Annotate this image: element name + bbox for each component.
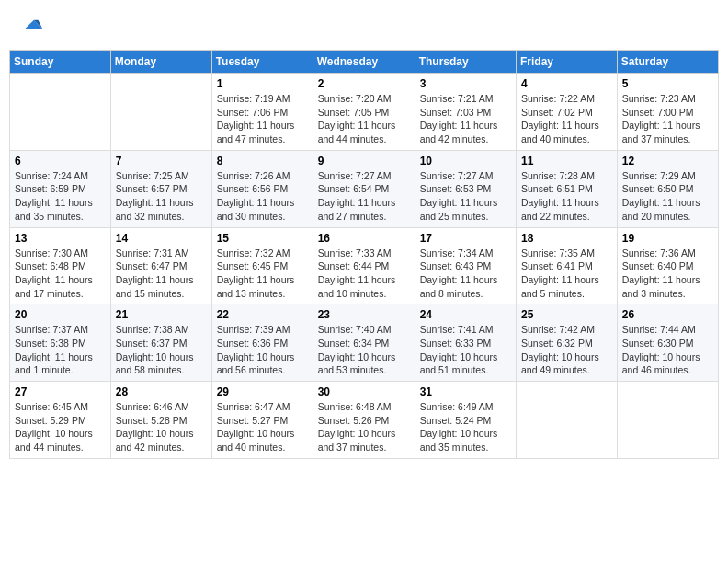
day-number: 20 xyxy=(15,308,106,321)
day-info: Sunrise: 6:48 AM Sunset: 5:26 PM Dayligh… xyxy=(318,400,410,454)
day-info: Sunrise: 7:24 AM Sunset: 6:59 PM Dayligh… xyxy=(15,169,106,224)
day-number: 13 xyxy=(15,232,106,245)
day-info: Sunrise: 7:39 AM Sunset: 6:36 PM Dayligh… xyxy=(217,323,308,377)
day-number: 24 xyxy=(420,308,511,321)
logo xyxy=(18,17,48,42)
day-info: Sunrise: 7:41 AM Sunset: 6:33 PM Dayligh… xyxy=(420,323,511,377)
day-info: Sunrise: 7:34 AM Sunset: 6:43 PM Dayligh… xyxy=(420,247,511,301)
day-number: 12 xyxy=(622,155,713,167)
day-number: 1 xyxy=(217,77,308,90)
calendar-cell: 12Sunrise: 7:29 AM Sunset: 6:50 PM Dayli… xyxy=(617,150,718,227)
calendar-cell: 26Sunrise: 7:44 AM Sunset: 6:30 PM Dayli… xyxy=(617,304,718,382)
day-info: Sunrise: 7:23 AM Sunset: 7:00 PM Dayligh… xyxy=(622,92,713,146)
calendar-cell: 2Sunrise: 7:20 AM Sunset: 7:05 PM Daylig… xyxy=(313,74,415,151)
calendar-header-wednesday: Wednesday xyxy=(313,51,415,74)
day-number: 14 xyxy=(116,232,207,245)
day-number: 4 xyxy=(521,77,612,90)
day-number: 30 xyxy=(318,385,410,398)
calendar-week-row: 6Sunrise: 7:24 AM Sunset: 6:59 PM Daylig… xyxy=(10,150,719,227)
calendar-week-row: 27Sunrise: 6:45 AM Sunset: 5:29 PM Dayli… xyxy=(10,382,719,459)
calendar-cell: 7Sunrise: 7:25 AM Sunset: 6:57 PM Daylig… xyxy=(110,150,211,227)
day-info: Sunrise: 7:19 AM Sunset: 7:06 PM Dayligh… xyxy=(217,92,308,146)
day-info: Sunrise: 7:30 AM Sunset: 6:48 PM Dayligh… xyxy=(15,247,106,301)
day-info: Sunrise: 7:42 AM Sunset: 6:32 PM Dayligh… xyxy=(521,323,612,377)
calendar-cell: 9Sunrise: 7:27 AM Sunset: 6:54 PM Daylig… xyxy=(313,150,415,227)
day-number: 21 xyxy=(116,308,207,321)
calendar-cell: 14Sunrise: 7:31 AM Sunset: 6:47 PM Dayli… xyxy=(110,227,211,304)
day-info: Sunrise: 7:35 AM Sunset: 6:41 PM Dayligh… xyxy=(521,247,612,301)
calendar-cell: 6Sunrise: 7:24 AM Sunset: 6:59 PM Daylig… xyxy=(10,150,111,227)
day-number: 27 xyxy=(15,385,106,398)
day-info: Sunrise: 7:38 AM Sunset: 6:37 PM Dayligh… xyxy=(116,323,207,377)
calendar-header-sunday: Sunday xyxy=(10,51,111,74)
calendar-cell: 22Sunrise: 7:39 AM Sunset: 6:36 PM Dayli… xyxy=(211,304,313,382)
calendar-cell: 25Sunrise: 7:42 AM Sunset: 6:32 PM Dayli… xyxy=(517,304,618,382)
day-number: 28 xyxy=(116,385,207,398)
day-number: 22 xyxy=(217,308,308,321)
day-info: Sunrise: 6:47 AM Sunset: 5:27 PM Dayligh… xyxy=(217,400,308,454)
day-info: Sunrise: 6:46 AM Sunset: 5:28 PM Dayligh… xyxy=(116,400,207,454)
day-number: 10 xyxy=(420,155,511,167)
day-info: Sunrise: 7:26 AM Sunset: 6:56 PM Dayligh… xyxy=(217,169,308,224)
day-info: Sunrise: 7:40 AM Sunset: 6:34 PM Dayligh… xyxy=(318,323,410,377)
day-info: Sunrise: 7:21 AM Sunset: 7:03 PM Dayligh… xyxy=(420,92,511,146)
day-number: 8 xyxy=(217,155,308,167)
calendar-cell: 4Sunrise: 7:22 AM Sunset: 7:02 PM Daylig… xyxy=(517,74,618,151)
calendar-cell: 28Sunrise: 6:46 AM Sunset: 5:28 PM Dayli… xyxy=(110,382,211,459)
day-info: Sunrise: 7:44 AM Sunset: 6:30 PM Dayligh… xyxy=(622,323,713,377)
day-info: Sunrise: 7:25 AM Sunset: 6:57 PM Dayligh… xyxy=(116,169,207,224)
day-info: Sunrise: 7:32 AM Sunset: 6:45 PM Dayligh… xyxy=(217,247,308,301)
day-number: 7 xyxy=(116,155,207,167)
calendar-cell xyxy=(10,74,111,151)
calendar-cell: 10Sunrise: 7:27 AM Sunset: 6:53 PM Dayli… xyxy=(415,150,516,227)
page-header xyxy=(9,9,719,46)
day-info: Sunrise: 7:36 AM Sunset: 6:40 PM Dayligh… xyxy=(622,247,713,301)
day-info: Sunrise: 6:45 AM Sunset: 5:29 PM Dayligh… xyxy=(15,400,106,454)
calendar-week-row: 1Sunrise: 7:19 AM Sunset: 7:06 PM Daylig… xyxy=(10,74,719,151)
day-number: 29 xyxy=(217,385,308,398)
day-info: Sunrise: 6:49 AM Sunset: 5:24 PM Dayligh… xyxy=(420,400,511,454)
day-number: 16 xyxy=(318,232,410,245)
day-number: 18 xyxy=(521,232,612,245)
calendar-cell: 13Sunrise: 7:30 AM Sunset: 6:48 PM Dayli… xyxy=(10,227,111,304)
calendar-cell: 11Sunrise: 7:28 AM Sunset: 6:51 PM Dayli… xyxy=(517,150,618,227)
day-number: 23 xyxy=(318,308,410,321)
day-number: 3 xyxy=(420,77,511,90)
day-number: 31 xyxy=(420,385,511,398)
calendar-cell: 16Sunrise: 7:33 AM Sunset: 6:44 PM Dayli… xyxy=(313,227,415,304)
calendar-cell: 18Sunrise: 7:35 AM Sunset: 6:41 PM Dayli… xyxy=(517,227,618,304)
calendar-cell: 29Sunrise: 6:47 AM Sunset: 5:27 PM Dayli… xyxy=(211,382,313,459)
day-number: 9 xyxy=(318,155,410,167)
day-number: 26 xyxy=(622,308,713,321)
calendar-table: SundayMondayTuesdayWednesdayThursdayFrid… xyxy=(9,50,719,459)
day-info: Sunrise: 7:31 AM Sunset: 6:47 PM Dayligh… xyxy=(116,247,207,301)
calendar-cell: 17Sunrise: 7:34 AM Sunset: 6:43 PM Dayli… xyxy=(415,227,516,304)
calendar-cell: 23Sunrise: 7:40 AM Sunset: 6:34 PM Dayli… xyxy=(313,304,415,382)
calendar-header-friday: Friday xyxy=(517,51,618,74)
day-info: Sunrise: 7:22 AM Sunset: 7:02 PM Dayligh… xyxy=(521,92,612,146)
day-number: 5 xyxy=(622,77,713,90)
calendar-cell: 21Sunrise: 7:38 AM Sunset: 6:37 PM Dayli… xyxy=(110,304,211,382)
calendar-header-tuesday: Tuesday xyxy=(211,51,313,74)
calendar-header-saturday: Saturday xyxy=(617,51,718,74)
calendar-cell xyxy=(517,382,618,459)
calendar-cell xyxy=(617,382,718,459)
calendar-cell: 27Sunrise: 6:45 AM Sunset: 5:29 PM Dayli… xyxy=(10,382,111,459)
calendar-cell: 20Sunrise: 7:37 AM Sunset: 6:38 PM Dayli… xyxy=(10,304,111,382)
calendar-cell: 3Sunrise: 7:21 AM Sunset: 7:03 PM Daylig… xyxy=(415,74,516,151)
calendar-cell: 15Sunrise: 7:32 AM Sunset: 6:45 PM Dayli… xyxy=(211,227,313,304)
day-number: 17 xyxy=(420,232,511,245)
calendar-cell: 19Sunrise: 7:36 AM Sunset: 6:40 PM Dayli… xyxy=(617,227,718,304)
calendar-cell xyxy=(110,74,211,151)
calendar-header-monday: Monday xyxy=(110,51,211,74)
calendar-header-row: SundayMondayTuesdayWednesdayThursdayFrid… xyxy=(10,51,719,74)
day-number: 15 xyxy=(217,232,308,245)
day-info: Sunrise: 7:37 AM Sunset: 6:38 PM Dayligh… xyxy=(15,323,106,377)
day-info: Sunrise: 7:33 AM Sunset: 6:44 PM Dayligh… xyxy=(318,247,410,301)
day-info: Sunrise: 7:29 AM Sunset: 6:50 PM Dayligh… xyxy=(622,169,713,224)
calendar-week-row: 20Sunrise: 7:37 AM Sunset: 6:38 PM Dayli… xyxy=(10,304,719,382)
calendar-cell: 5Sunrise: 7:23 AM Sunset: 7:00 PM Daylig… xyxy=(617,74,718,151)
day-number: 6 xyxy=(15,155,106,167)
day-info: Sunrise: 7:20 AM Sunset: 7:05 PM Dayligh… xyxy=(318,92,410,146)
day-info: Sunrise: 7:27 AM Sunset: 6:53 PM Dayligh… xyxy=(420,169,511,224)
